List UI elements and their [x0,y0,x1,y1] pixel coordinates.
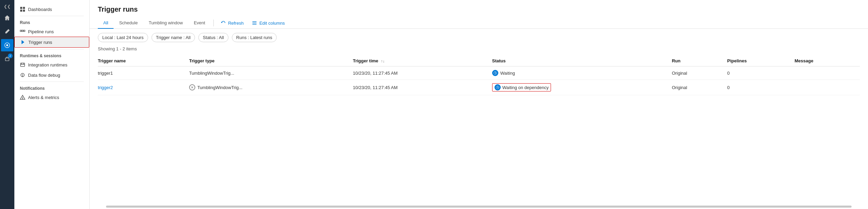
run-cell: Original [672,66,727,80]
scroll-bar[interactable] [106,206,852,208]
tab-bar: All Schedule Tumbling window Event Refre… [90,17,868,29]
trigger-name-cell-2: trigger2 [98,80,189,95]
trigger1-name: trigger1 [98,71,113,76]
sidebar-item-integration-runtimes-label: Integration runtimes [28,62,67,67]
trigger1-status: Waiting [500,71,515,76]
table-row: trigger1 TumblingWindowTrig... 10/23/20,… [98,66,860,80]
svg-point-1 [6,44,8,46]
sidebar-item-data-flow-debug-label: Data flow debug [28,73,60,78]
waiting-dependency-icon [495,84,501,90]
edit-columns-label: Edit columns [259,21,285,26]
sidebar-item-alerts-metrics-label: Alerts & metrics [28,95,59,100]
sidebar: Dashboards Runs Pipeline runs Trigger ru… [14,0,90,209]
table-row: trigger2 TumblingWindowTrig... 10/23/20,… [98,80,860,95]
waiting-icon [492,70,498,76]
trigger-runs-table: Trigger name Trigger type Trigger time ↑… [98,56,860,95]
tab-schedule[interactable]: Schedule [114,17,143,29]
icon-bar: ❮❮ 2 [0,0,14,209]
col-header-trigger-type: Trigger type [189,56,353,66]
sidebar-item-alerts-metrics[interactable]: Alerts & metrics [14,92,89,102]
col-header-status: Status [492,56,672,66]
svg-rect-9 [22,30,23,32]
content-area: Showing 1 - 2 items Trigger name Trigger… [90,46,868,203]
status-cell: Waiting [492,66,672,80]
svg-point-22 [22,98,23,99]
sidebar-divider-2 [20,49,84,49]
notifications-section-label: Notifications [14,83,89,92]
col-header-trigger-name: Trigger name [98,56,189,66]
sort-icon: ↑↓ [381,59,385,63]
cancel-icon [189,84,195,90]
refresh-icon [221,20,226,26]
trigger-time-cell: 10/23/20, 11:27:45 AM [353,66,492,80]
filter-time[interactable]: Local : Last 24 hours [98,33,148,42]
home-icon-button[interactable] [1,12,13,24]
svg-rect-8 [24,30,25,32]
filter-time-label: Local : Last 24 hours [102,35,144,40]
main-content: Trigger runs All Schedule Tumbling windo… [90,0,868,209]
trigger-name-cell: trigger1 [98,66,189,80]
col-header-trigger-time[interactable]: Trigger time ↑↓ [353,56,492,66]
trigger1-run: Original [672,71,687,76]
svg-rect-6 [23,10,25,12]
table-header-row: Trigger name Trigger type Trigger time ↑… [98,56,860,66]
refresh-label: Refresh [228,21,244,26]
tab-tumbling-window[interactable]: Tumbling window [143,17,188,29]
trigger2-type: TumblingWindowTrig... [197,85,242,90]
edit-columns-icon [252,20,257,26]
sidebar-item-data-flow-debug[interactable]: Data flow debug [14,70,89,80]
showing-label: Showing 1 - 2 items [98,46,860,51]
sidebar-item-pipeline-runs[interactable]: Pipeline runs [14,26,89,37]
col-header-message: Message [794,56,860,66]
sidebar-item-pipeline-runs-label: Pipeline runs [28,29,54,34]
filter-status[interactable]: Status : All [198,33,228,42]
briefcase-icon-button[interactable]: 2 [1,53,13,65]
sidebar-divider-1 [20,16,84,16]
filter-status-label: Status : All [203,35,224,40]
filter-trigger-name-label: Trigger name : All [156,35,190,40]
trigger1-type: TumblingWindowTrig... [189,71,234,76]
svg-rect-5 [20,10,22,12]
page-header: Trigger runs [90,0,868,17]
sidebar-item-trigger-runs[interactable]: Trigger runs [14,37,89,48]
tab-event[interactable]: Event [188,17,211,29]
pencil-icon-button[interactable] [1,25,13,38]
tab-all[interactable]: All [98,17,114,29]
message-cell-2 [794,80,860,95]
svg-marker-12 [22,40,24,44]
monitor-icon-button[interactable] [1,39,13,51]
svg-rect-13 [21,63,25,66]
tab-divider [213,20,214,26]
trigger-time-cell-2: 10/23/20, 11:27:45 AM [353,80,492,95]
filter-runs[interactable]: Runs : Latest runs [232,33,277,42]
trigger2-pipelines: 0 [727,85,729,90]
runs-section-label: Runs [14,17,89,26]
edit-columns-button[interactable]: Edit columns [248,18,289,28]
svg-point-19 [22,76,23,76]
sidebar-item-integration-runtimes[interactable]: Integration runtimes [14,60,89,70]
trigger2-status: Waiting on dependency [502,85,549,90]
trigger-type-cell: TumblingWindowTrig... [189,66,353,80]
filter-runs-label: Runs : Latest runs [236,35,273,40]
svg-rect-3 [20,7,22,9]
filter-trigger-name[interactable]: Trigger name : All [152,33,195,42]
collapse-sidebar-button[interactable]: ❮❮ [2,3,12,10]
svg-rect-4 [23,7,25,9]
refresh-button[interactable]: Refresh [216,18,248,28]
sidebar-divider-3 [20,82,84,82]
pipelines-cell-2: 0 [727,80,794,95]
run-cell-2: Original [672,80,727,95]
col-header-run: Run [672,56,727,66]
svg-rect-7 [20,30,22,32]
trigger2-time: 10/23/20, 11:27:45 AM [353,85,398,90]
sidebar-item-dashboards-label: Dashboards [28,7,52,12]
trigger2-name[interactable]: trigger2 [98,85,113,90]
filter-bar: Local : Last 24 hours Trigger name : All… [90,29,868,46]
message-cell [794,66,860,80]
trigger-type-cell-2: TumblingWindowTrig... [189,80,353,95]
sidebar-item-trigger-runs-label: Trigger runs [28,40,52,45]
page-title: Trigger runs [98,5,860,13]
sidebar-item-dashboards[interactable]: Dashboards [14,4,89,14]
col-header-pipelines: Pipelines [727,56,794,66]
trigger1-pipelines: 0 [727,71,729,76]
